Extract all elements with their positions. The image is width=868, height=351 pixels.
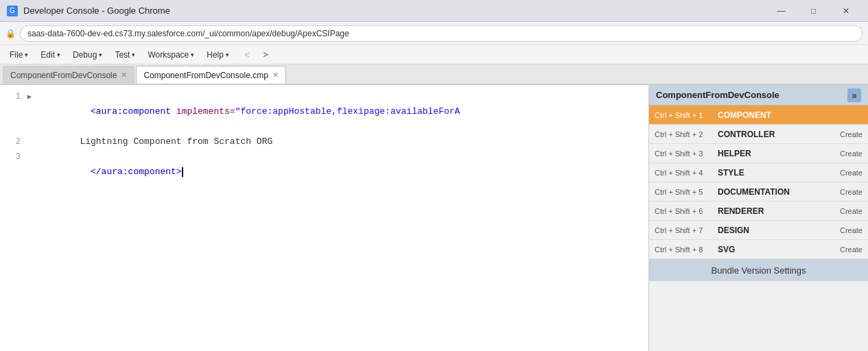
bundle-row-controller[interactable]: Ctrl + Shift + 2CONTROLLERCreate [649, 125, 868, 144]
bundle-name-0: COMPONENT [718, 110, 868, 120]
bundle-row-renderer[interactable]: Ctrl + Shift + 6RENDERERCreate [649, 202, 868, 221]
menu-file[interactable]: File ▾ [4, 48, 34, 62]
bundle-row-design[interactable]: Ctrl + Shift + 7DESIGNCreate [649, 221, 868, 240]
tab-component-js[interactable]: ComponentFromDevConsole ✕ [3, 66, 134, 84]
bundle-create-5[interactable]: Create [834, 207, 868, 215]
right-panel-header: ComponentFromDevConsole » [649, 85, 868, 106]
code-line-1: 1 ▶ <aura:component implements="force:ap… [0, 89, 648, 134]
line-code-2: Lightning Component from Scratch ORG [37, 134, 272, 149]
bundle-row-helper[interactable]: Ctrl + Shift + 3HELPERCreate [649, 144, 868, 163]
line-number-3: 3 [0, 149, 27, 165]
tab-close-icon[interactable]: ✕ [272, 71, 279, 80]
menu-help[interactable]: Help ▾ [201, 48, 235, 62]
bundle-create-4[interactable]: Create [834, 188, 868, 196]
line-number-2: 2 [0, 134, 27, 149]
tab-close-icon[interactable]: ✕ [121, 71, 127, 80]
bundle-shortcut-4: Ctrl + Shift + 5 [649, 188, 718, 196]
maximize-button[interactable]: □ [798, 0, 829, 22]
chevron-down-icon: ▾ [191, 51, 194, 58]
chevron-down-icon: ▾ [99, 51, 102, 58]
menu-bar: File ▾ Edit ▾ Debug ▾ Test ▾ Workspace ▾… [0, 45, 868, 64]
chevron-down-icon: ▾ [57, 51, 60, 58]
code-editor[interactable]: 1 ▶ <aura:component implements="force:ap… [0, 85, 648, 351]
bundle-shortcut-6: Ctrl + Shift + 7 [649, 226, 718, 234]
minimize-button[interactable]: — [766, 0, 797, 22]
nav-back-button[interactable]: < [240, 48, 254, 61]
line-code-1: <aura:component implements="force:appHos… [37, 89, 460, 134]
close-button[interactable]: ✕ [830, 0, 861, 22]
title-bar: G Developer Console - Google Chrome — □ … [0, 0, 868, 22]
bundle-create-3[interactable]: Create [834, 169, 868, 177]
menu-edit[interactable]: Edit ▾ [35, 48, 66, 62]
bundle-shortcut-3: Ctrl + Shift + 4 [649, 169, 718, 177]
bundle-name-2: HELPER [718, 149, 834, 158]
bundle-shortcut-7: Ctrl + Shift + 8 [649, 245, 718, 254]
menu-workspace[interactable]: Workspace ▾ [142, 48, 200, 62]
right-panel-title: ComponentFromDevConsole [656, 90, 779, 100]
bundle-row-style[interactable]: Ctrl + Shift + 4STYLECreate [649, 163, 868, 182]
chevron-down-icon: ▾ [226, 51, 229, 58]
lock-icon: 🔒 [5, 29, 16, 38]
bundle-name-7: SVG [718, 245, 834, 254]
tab-component-cmp[interactable]: ComponentFromDevConsole.cmp ✕ [136, 66, 285, 84]
expand-icon[interactable]: » [847, 88, 861, 102]
code-line-3: 3 </aura:component> [0, 149, 648, 195]
main-area: 1 ▶ <aura:component implements="force:ap… [0, 85, 868, 351]
address-bar: 🔒 [0, 22, 868, 45]
bundle-row-svg[interactable]: Ctrl + Shift + 8SVGCreate [649, 240, 868, 259]
menu-debug[interactable]: Debug ▾ [67, 48, 108, 62]
bundle-shortcut-1: Ctrl + Shift + 2 [649, 130, 718, 138]
bundle-version-settings[interactable]: Bundle Version Settings [649, 259, 868, 281]
line-number-1: 1 [0, 89, 27, 104]
code-lines: 1 ▶ <aura:component implements="force:ap… [0, 85, 648, 199]
bundle-shortcut-0: Ctrl + Shift + 1 [649, 111, 718, 119]
chrome-icon: G [7, 5, 18, 16]
tabs-bar: ComponentFromDevConsole ✕ ComponentFromD… [0, 64, 868, 85]
menu-test[interactable]: Test ▾ [109, 48, 141, 62]
line-code-3: </aura:component> [37, 149, 183, 195]
bundle-row-documentation[interactable]: Ctrl + Shift + 5DOCUMENTATIONCreate [649, 182, 868, 202]
address-input[interactable] [20, 25, 863, 42]
line-arrow-1: ▶ [27, 90, 37, 105]
tab-label: ComponentFromDevConsole [10, 71, 117, 80]
code-line-2: 2 Lightning Component from Scratch ORG [0, 134, 648, 149]
chevron-down-icon: ▾ [132, 51, 135, 58]
bundle-shortcut-5: Ctrl + Shift + 6 [649, 207, 718, 215]
chevron-down-icon: ▾ [25, 51, 28, 58]
tab-label: ComponentFromDevConsole.cmp [143, 71, 268, 80]
bundle-list: Ctrl + Shift + 1COMPONENTCtrl + Shift + … [649, 106, 868, 259]
bundle-shortcut-2: Ctrl + Shift + 3 [649, 149, 718, 158]
bundle-create-6[interactable]: Create [834, 226, 868, 234]
right-panel: ComponentFromDevConsole » Ctrl + Shift +… [648, 85, 868, 351]
bundle-create-7[interactable]: Create [834, 245, 868, 254]
bundle-create-2[interactable]: Create [834, 149, 868, 158]
bundle-name-6: DESIGN [718, 226, 834, 235]
bundle-name-3: STYLE [718, 168, 834, 178]
nav-forward-button[interactable]: > [259, 48, 273, 61]
bundle-name-5: RENDERER [718, 206, 834, 216]
text-cursor [182, 167, 183, 177]
window-title: Developer Console - Google Chrome [23, 5, 170, 16]
window-controls: — □ ✕ [766, 0, 861, 22]
bundle-name-4: DOCUMENTATION [718, 187, 834, 197]
bundle-name-1: CONTROLLER [718, 130, 834, 139]
bundle-create-1[interactable]: Create [834, 130, 868, 138]
bundle-row-component[interactable]: Ctrl + Shift + 1COMPONENT [649, 106, 868, 125]
